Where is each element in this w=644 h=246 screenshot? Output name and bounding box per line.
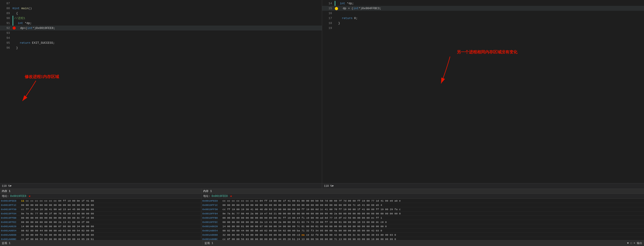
- right-address-value[interactable]: 0x0019FEE8: [212, 195, 228, 198]
- editors-row: 87 88 ⊟int main() 89 { 90: [0, 0, 644, 189]
- right-code-line-16: 16: [322, 11, 644, 16]
- mem-row-right-3: 0x0019FF84 9e 7a 8c 77 00 40 2a 00 19 e7…: [201, 212, 644, 216]
- code-line-89: 89 {: [0, 11, 322, 16]
- mem-row-right-9: 0x001A00BC cc 0f 00 00 56 03 00 00 00 00…: [201, 237, 644, 240]
- left-bottom-panel: 监视 1: [0, 241, 203, 246]
- execution-arrow: ⬤: [335, 6, 338, 10]
- right-code-line-17: 17 return 0;: [322, 16, 644, 21]
- right-memory-header: 内存 1: [201, 189, 644, 194]
- mem-row-left-3: 0x0019FF84 9e 7a 8c 77 00 40 2f 00 76 40…: [0, 212, 201, 216]
- mem-row-left-0: 0x0019FEE8 11 cc cc cc cc cc cc cc 04 ff…: [0, 199, 201, 203]
- right-zoom-label: 118 %: [324, 185, 332, 188]
- mem-row-left-6: 0x001A0020 14 00 00 00 01 00 00 00 07 00…: [0, 224, 201, 229]
- mem-row-right-6: 0x001A0020 14 00 00 00 01 00 00 00 07 00…: [201, 224, 644, 229]
- mem-row-right-0: 0x0019FEE8 cc cc cc cc cc cc cc cc 04 ff…: [201, 199, 644, 203]
- main-container: 87 88 ⊟int main() 89 { 90: [0, 0, 644, 246]
- left-address-label: 地址:: [2, 194, 9, 198]
- mem-row-left-8: 0x001A0088 32 00 00 00 f8 08 00 00 00 03…: [0, 233, 201, 237]
- right-code-line-19: 19: [322, 25, 644, 30]
- bottom-bar: 监视 1 监视 1 ▼ □ × 输出: [0, 240, 644, 246]
- code-line-88: 88 ⊟int main(): [0, 6, 322, 11]
- mem-row-left-1: 0x0019FF1C 00 00 00 00 00 00 00 00 00 00…: [0, 203, 201, 207]
- mem-row-right-8: 0x001A0088 32 00 00 00 f8 08 00 00 00 03…: [201, 233, 644, 237]
- right-memory-title: 内存 1: [203, 189, 212, 193]
- mem-row-right-7: 0x001A0054 98 02 00 00 44 00 00 00 e0 02…: [201, 229, 644, 233]
- left-editor-pane: 87 88 ⊟int main() 89 { 90: [0, 0, 322, 189]
- right-editor-pane: 14 int *dp; 15 ⬤ dp = (int*)0x004FFBC3; …: [322, 0, 644, 189]
- code-line-95: 95 return EXIT_SUCCESS;: [0, 40, 322, 45]
- left-watch-label: 监视 1: [2, 241, 10, 245]
- mem-row-left-4: 0x0019FFB8 00 00 00 00 00 00 00 00 00 00…: [0, 216, 201, 220]
- left-memory-address-bar: 地址: 0x0019FEE8 ◀: [0, 194, 201, 199]
- right-watch-label: 监视 1: [204, 241, 213, 245]
- right-bottom-panel: 监视 1 ▼ □ × 输出: [203, 241, 644, 246]
- right-zoom-bar: 118 % ▼: [322, 183, 644, 189]
- mem-row-right-2: 0x0019FF50 cc ff 19 00 10 38 41 00 48 d9…: [201, 207, 644, 212]
- code-line-92: 92 dp=(int*)0x0019FEE8;: [0, 25, 322, 30]
- right-memory-address-bar: 地址: 0x0019FEE8 ◀: [201, 194, 644, 199]
- code-line-91: 91 int *dp;: [0, 21, 322, 25]
- code-line-94: 94: [0, 35, 322, 40]
- left-zoom-label: 118 %: [2, 185, 10, 188]
- right-code-line-14: 14 int *dp;: [322, 1, 644, 6]
- mem-row-right-1: 0x0019FF1C 00 00 00 00 00 00 00 00 00 00…: [201, 203, 644, 207]
- left-code-area: 87 88 ⊟int main() 89 { 90: [0, 0, 322, 183]
- mem-row-right-4: 0x0019FFB8 00 00 00 00 00 00 00 00 00 00…: [201, 216, 644, 220]
- left-memory-header: 内存 1: [0, 189, 201, 194]
- right-code-line-18: 18 }: [322, 21, 644, 25]
- right-memory-content[interactable]: 0x0019FEE8 cc cc cc cc cc cc cc cc 04 ff…: [201, 199, 644, 240]
- mem-row-left-5: 0x0019FFEC 00 00 00 00 00 00 00 00 2a 13…: [0, 220, 201, 224]
- left-address-arrow: ◀: [28, 194, 30, 198]
- mem-row-right-5: 0x0019FFEC 00 00 00 00 00 00 00 00 2a 13…: [201, 220, 644, 224]
- right-code-line-15: 15 ⬤ dp = (int*)0x004FFBC3;: [322, 6, 644, 11]
- mem-row-left-9: 0x001A00BC cc 0f 00 00 56 03 00 00 00 00…: [0, 237, 201, 240]
- left-zoom-bar: 118 % ▼: [0, 183, 322, 189]
- right-address-label: 地址:: [203, 194, 210, 198]
- right-memory-pane: 内存 1 地址: 0x0019FEE8 ◀ 0x0019FEE8 cc cc c…: [201, 189, 644, 240]
- bottom-controls[interactable]: ▼ □ × 输出: [627, 241, 642, 245]
- left-address-value[interactable]: 0x0019FEE8: [10, 195, 26, 198]
- code-line-90: 90 //进程1: [0, 16, 322, 21]
- mem-row-left-2: 0x0019FF50 cc ff 19 00 10 38 41 00 ad 15…: [0, 207, 201, 212]
- code-line-96: 96 }: [0, 45, 322, 50]
- right-address-arrow: ◀: [230, 194, 232, 198]
- memory-section: 内存 1 地址: 0x0019FEE8 ◀ 0x0019FEE8 11 cc c…: [0, 189, 644, 240]
- code-line-87: 87: [0, 1, 322, 6]
- code-line-93: 93: [0, 30, 322, 35]
- left-memory-title: 内存 1: [2, 189, 10, 193]
- left-memory-pane: 内存 1 地址: 0x0019FEE8 ◀ 0x0019FEE8 11 cc c…: [0, 189, 201, 240]
- breakpoint-indicator: [12, 26, 16, 30]
- right-code-area: 14 int *dp; 15 ⬤ dp = (int*)0x004FFBC3; …: [322, 0, 644, 183]
- left-memory-content[interactable]: 0x0019FEE8 11 cc cc cc cc cc cc cc 04 ff…: [0, 199, 201, 240]
- mem-row-left-7: 0x001A0054 98 02 00 00 44 00 00 00 e0 02…: [0, 229, 201, 233]
